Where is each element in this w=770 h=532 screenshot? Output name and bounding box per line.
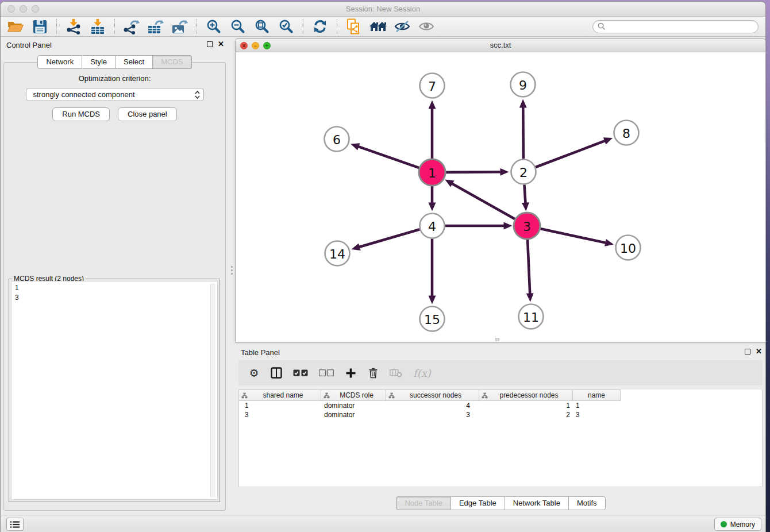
hide-selected-button[interactable] — [392, 18, 412, 35]
close-panel-icon[interactable]: ✕ — [218, 41, 224, 48]
export-network-button[interactable] — [122, 18, 141, 35]
copy-network-button[interactable] — [344, 18, 364, 35]
mcds-result-text[interactable]: 1 3 — [11, 281, 218, 500]
graph-arrowhead — [429, 203, 436, 211]
task-history-button[interactable] — [6, 518, 24, 531]
window-controls — [7, 5, 39, 13]
network-overview-button[interactable] — [368, 18, 388, 35]
graph-arrowhead — [522, 202, 529, 211]
graph-edge-2-9[interactable] — [523, 106, 523, 159]
export-network-icon — [124, 19, 140, 34]
delete-table-button[interactable] — [390, 369, 402, 377]
run-mcds-button[interactable]: Run MCDS — [52, 107, 110, 121]
column-header-successor-nodes[interactable]: successor nodes — [386, 390, 479, 401]
tree-icon — [324, 392, 330, 399]
list-icon — [10, 521, 20, 529]
zoom-fit-button[interactable] — [252, 18, 272, 35]
tab-edge-table[interactable]: Edge Table — [451, 496, 505, 510]
memory-button[interactable]: Memory — [714, 518, 761, 531]
tab-motifs[interactable]: Motifs — [569, 496, 606, 510]
network-minimize-button[interactable]: − — [252, 42, 259, 49]
import-network-button[interactable] — [64, 18, 83, 35]
close-window-button[interactable] — [7, 5, 15, 13]
network-window-titlebar[interactable]: ✕ − + scc.txt — [236, 39, 765, 52]
zoom-selected-button[interactable] — [276, 18, 296, 35]
column-header-predecessor-nodes[interactable]: predecessor nodes — [479, 390, 573, 401]
checked-boxes-icon — [293, 369, 308, 376]
zoom-window-button[interactable] — [32, 5, 39, 13]
close-panel-button[interactable]: Close panel — [118, 107, 177, 121]
network-zoom-button[interactable]: + — [263, 42, 271, 49]
column-header-mcds-role[interactable]: MCDS role — [321, 390, 386, 401]
graph-node-label: 10 — [620, 241, 636, 256]
close-table-panel-icon[interactable]: ✕ — [756, 348, 762, 355]
import-table-button[interactable] — [88, 18, 107, 35]
tab-select[interactable]: Select — [116, 55, 153, 69]
result-scrollbar[interactable] — [210, 283, 215, 498]
control-panel: Control Panel ✕ Network Style Select MCD… — [1, 37, 229, 515]
zoom-out-button[interactable] — [228, 18, 248, 35]
column-header-shared-name[interactable]: shared name — [239, 390, 321, 401]
open-session-button[interactable] — [6, 18, 25, 35]
table-row[interactable]: 3 dominator 3 2 3 — [239, 410, 762, 419]
save-session-button[interactable] — [30, 18, 49, 35]
minimize-window-button[interactable] — [20, 5, 27, 13]
criterion-dropdown[interactable]: strongly connected component — [26, 88, 204, 101]
memory-label: Memory — [730, 521, 755, 529]
tab-style[interactable]: Style — [82, 55, 116, 69]
toolbar-separator — [337, 19, 337, 34]
zoom-in-button[interactable] — [204, 18, 224, 35]
main-toolbar — [1, 17, 765, 37]
tab-mcds[interactable]: MCDS — [153, 55, 191, 69]
graph-arrowhead — [429, 296, 436, 304]
graph-edge-2-8[interactable] — [536, 141, 606, 167]
network-canvas[interactable]: 7968124314101511 — [236, 52, 765, 342]
show-all-button[interactable] — [417, 18, 436, 35]
mcds-result-fieldset: MCDS result (2 nodes) 1 3 — [9, 279, 220, 502]
delete-columns-button[interactable] — [367, 367, 379, 379]
canvas-resize-handle[interactable] — [495, 338, 499, 341]
graph-edge-2-3[interactable] — [524, 184, 525, 203]
table-panel-title: Table Panel — [241, 348, 280, 357]
copy-network-icon — [346, 18, 361, 34]
eye-icon — [418, 20, 434, 33]
network-graph[interactable]: 7968124314101511 — [236, 52, 765, 342]
column-header-name[interactable]: name — [573, 390, 621, 401]
show-columns-button[interactable] — [271, 367, 282, 379]
delete-table-icon — [390, 369, 402, 377]
tab-network-table[interactable]: Network Table — [505, 496, 569, 510]
export-image-icon — [172, 19, 188, 34]
tab-node-table[interactable]: Node Table — [396, 496, 451, 510]
dropdown-stepper-icon — [195, 90, 200, 99]
graph-edge-1-6[interactable] — [357, 147, 419, 168]
table-row[interactable]: 1 dominator 4 1 1 — [239, 401, 762, 410]
graph-arrowhead — [351, 243, 360, 250]
unselect-all-columns-button[interactable] — [319, 369, 334, 376]
graph-node-label: 8 — [622, 126, 630, 141]
zoom-out-icon — [230, 19, 245, 34]
graph-node-label: 2 — [519, 165, 528, 180]
graph-edge-3-1[interactable] — [452, 183, 516, 219]
function-builder-button[interactable]: f(x) — [413, 367, 431, 379]
refresh-view-button[interactable] — [310, 18, 330, 35]
split-pane-divider[interactable] — [230, 261, 234, 279]
export-image-button[interactable] — [170, 18, 190, 35]
tab-network[interactable]: Network — [37, 55, 82, 69]
graph-edge-3-10[interactable] — [540, 229, 606, 243]
search-input[interactable] — [608, 21, 758, 32]
export-table-button[interactable] — [146, 18, 165, 35]
graph-edge-3-11[interactable] — [528, 238, 530, 294]
create-column-button[interactable] — [345, 368, 356, 378]
float-panel-icon[interactable] — [207, 41, 213, 47]
search-field[interactable] — [592, 20, 759, 33]
graph-node-label: 14 — [329, 247, 345, 261]
graph-edge-4-14[interactable] — [359, 229, 419, 247]
eye-slash-icon — [394, 20, 410, 33]
graph-node-label: 15 — [424, 313, 440, 327]
select-all-columns-button[interactable] — [293, 369, 308, 376]
float-table-panel-icon[interactable] — [745, 349, 750, 354]
table-options-button[interactable]: ⚙ — [248, 367, 260, 380]
graph-edge-1-2[interactable] — [445, 172, 501, 172]
network-close-button[interactable]: ✕ — [240, 42, 248, 49]
toolbar-separator — [56, 19, 57, 34]
